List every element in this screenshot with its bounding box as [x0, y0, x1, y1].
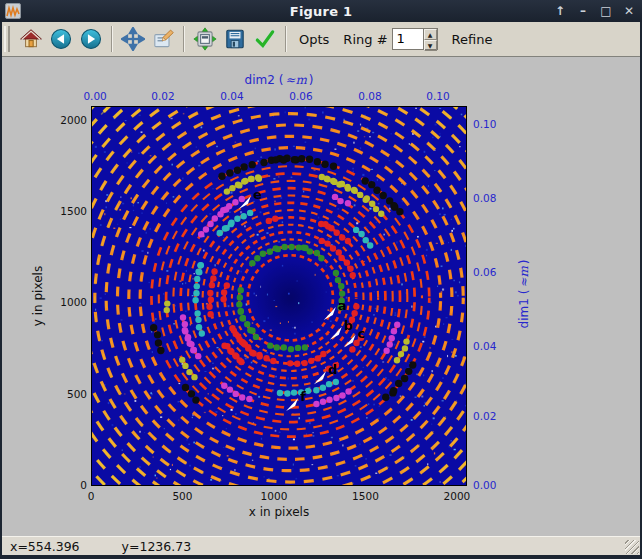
- pan-button[interactable]: [119, 25, 147, 53]
- edit-icon: [151, 27, 175, 51]
- tick-label: 0: [41, 479, 87, 491]
- window-frame: [0, 555, 642, 559]
- tick-label: 0.08: [473, 192, 513, 204]
- back-icon: [49, 27, 73, 51]
- tick-label: 1000: [252, 490, 296, 502]
- figure-window: Figure 1 ↑ – □ ✕: [0, 0, 642, 559]
- opts-button[interactable]: Opts: [299, 32, 329, 47]
- tick-label: 0.04: [473, 340, 513, 352]
- toolbar-separator: [285, 26, 287, 52]
- tick-label: 2000: [435, 490, 479, 502]
- edit-button[interactable]: [149, 25, 177, 53]
- apply-check-button[interactable]: [251, 25, 279, 53]
- shade-button[interactable]: ↑: [553, 0, 567, 22]
- minimize-button[interactable]: –: [576, 0, 590, 22]
- plot-canvas[interactable]: [92, 107, 466, 485]
- bottom-axis-title: x in pixels: [91, 505, 467, 519]
- spin-up-arrow[interactable]: ▲: [424, 29, 437, 40]
- save-button[interactable]: [221, 25, 249, 53]
- tick-label: 0.06: [473, 266, 513, 278]
- save-icon: [223, 27, 247, 51]
- tick-label: 1500: [41, 205, 87, 217]
- configure-subplots-button[interactable]: [191, 25, 219, 53]
- tick-label: 0.00: [473, 479, 513, 491]
- home-button[interactable]: [17, 25, 45, 53]
- tick-label: 0.00: [73, 90, 117, 102]
- maximize-button[interactable]: □: [599, 0, 613, 22]
- tick-label: 2000: [41, 114, 87, 126]
- tick-label: 500: [41, 388, 87, 400]
- apply-check-icon: [253, 27, 277, 51]
- ring-number-spinbox[interactable]: 1 ▲ ▼: [392, 28, 438, 50]
- tick-label: 1500: [343, 490, 387, 502]
- tick-label: 0: [69, 490, 113, 502]
- refine-button[interactable]: Refine: [452, 32, 493, 47]
- tick-label: 0.10: [473, 118, 513, 130]
- forward-icon: [79, 27, 103, 51]
- window-title: Figure 1: [0, 4, 642, 19]
- tick-label: 0.02: [141, 90, 185, 102]
- right-axis-title: dim1 (≈m): [517, 260, 531, 329]
- home-icon: [19, 27, 43, 51]
- tick-label: 0.10: [416, 90, 460, 102]
- titlebar[interactable]: Figure 1 ↑ – □ ✕: [0, 0, 642, 22]
- toolbar: Opts Ring # 1 ▲ ▼ Refine: [0, 22, 642, 57]
- ring-number-input[interactable]: 1: [393, 29, 423, 49]
- tick-label: 0.08: [348, 90, 392, 102]
- configure-subplots-icon: [193, 27, 217, 51]
- close-button[interactable]: ✕: [622, 0, 636, 22]
- pan-icon: [121, 27, 145, 51]
- tick-label: 1000: [41, 296, 87, 308]
- statusbar: x=554.396 y=1236.73: [2, 536, 640, 555]
- forward-button[interactable]: [77, 25, 105, 53]
- window-controls: ↑ – □ ✕: [553, 0, 636, 22]
- top-axis-title: dim2 (≈m): [91, 73, 467, 87]
- tick-label: 0.06: [279, 90, 323, 102]
- tick-label: 500: [160, 490, 204, 502]
- window-frame: [0, 22, 2, 559]
- resize-grip[interactable]: [625, 540, 639, 554]
- plot-axes: [91, 106, 467, 486]
- back-button[interactable]: [47, 25, 75, 53]
- cursor-y-readout: y=1236.73: [122, 539, 192, 554]
- toolbar-separator: [183, 26, 185, 52]
- tick-label: 0.04: [210, 90, 254, 102]
- spin-down-arrow[interactable]: ▼: [424, 40, 437, 51]
- figure-canvas: dim2 (≈m) y in pixels dim1 (≈m) x in pix…: [2, 57, 640, 536]
- cursor-x-readout: x=554.396: [10, 539, 80, 554]
- toolbar-separator: [111, 26, 113, 52]
- toolbar-grip[interactable]: [4, 26, 10, 52]
- tick-label: 0.02: [473, 410, 513, 422]
- ring-number-label: Ring #: [343, 32, 387, 47]
